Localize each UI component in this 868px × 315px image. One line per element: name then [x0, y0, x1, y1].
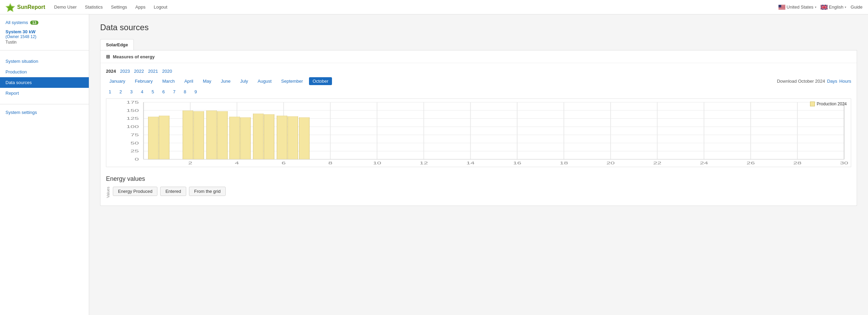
guide-link[interactable]: Guide — [851, 4, 863, 10]
day-4[interactable]: 4 — [138, 89, 146, 95]
bar-day-1b — [159, 116, 169, 160]
nav-statistics[interactable]: Statistics — [84, 4, 104, 10]
svg-text:150: 150 — [127, 108, 139, 113]
tab-bar: SolarEdge — [100, 39, 857, 50]
nav-settings[interactable]: Settings — [110, 4, 128, 10]
language-selector[interactable]: English ▾ — [821, 4, 847, 10]
month-august[interactable]: August — [254, 77, 275, 85]
svg-text:16: 16 — [513, 161, 521, 165]
svg-text:18: 18 — [560, 161, 568, 165]
month-june[interactable]: June — [217, 77, 234, 85]
system-name[interactable]: System 30 kW — [5, 29, 83, 34]
tab-solaredge[interactable]: SolarEdge — [100, 39, 134, 50]
svg-text:6: 6 — [282, 161, 286, 165]
month-october[interactable]: October — [309, 77, 332, 85]
energy-section: Energy values Values Energy Produced Ent… — [106, 175, 851, 200]
bar-day-5b — [264, 115, 274, 160]
day-8[interactable]: 8 — [181, 89, 189, 95]
month-february[interactable]: February — [131, 77, 156, 85]
svg-text:25: 25 — [131, 149, 139, 153]
day-1[interactable]: 1 — [106, 89, 114, 95]
svg-text:12: 12 — [420, 161, 428, 165]
logo-text: SunReport — [17, 4, 45, 10]
svg-rect-12 — [778, 8, 785, 9]
svg-rect-11 — [778, 8, 785, 8]
nav-links: Demo User Statistics Settings Apps Logou… — [53, 4, 778, 10]
sidebar-item-system-situation[interactable]: System situation — [0, 56, 89, 67]
sidebar-item-report[interactable]: Report — [0, 88, 89, 98]
month-row: January February March April May June Ju… — [106, 77, 851, 85]
day-2[interactable]: 2 — [117, 89, 124, 95]
svg-rect-13 — [778, 9, 785, 9]
month-september[interactable]: September — [278, 77, 307, 85]
sidebar-item-system-settings[interactable]: System settings — [5, 110, 83, 115]
svg-text:8: 8 — [328, 161, 332, 165]
month-april[interactable]: April — [181, 77, 197, 85]
layout: All systems 13 System 30 kW (Owner 1548 … — [0, 14, 868, 315]
svg-text:10: 10 — [373, 161, 381, 165]
legend-label: Production 2024 — [817, 102, 847, 106]
panel: ⊞ Measures of energy 2024 2023 2022 2021… — [100, 50, 857, 206]
top-right: United States ▾ English ▾ Guide — [778, 4, 863, 10]
bar-day-4b — [240, 117, 251, 159]
logo[interactable]: SunReport — [5, 2, 45, 12]
sidebar-item-production[interactable]: Production — [0, 67, 89, 77]
download-days-link[interactable]: Days — [827, 79, 837, 84]
svg-text:125: 125 — [127, 116, 139, 121]
year-row: 2024 2023 2022 2021 2020 — [106, 69, 851, 74]
svg-text:22: 22 — [653, 161, 661, 165]
month-january[interactable]: January — [106, 77, 129, 85]
year-2024[interactable]: 2024 — [106, 69, 116, 74]
svg-text:0: 0 — [135, 157, 139, 162]
us-flag-icon — [778, 5, 785, 10]
bar-day-3b — [217, 112, 228, 160]
day-5[interactable]: 5 — [149, 89, 157, 95]
nav-logout[interactable]: Logout — [153, 4, 168, 10]
from-grid-btn[interactable]: From the grid — [189, 187, 226, 196]
sidebar-divider-2 — [0, 104, 89, 104]
month-march[interactable]: March — [159, 77, 178, 85]
grid-icon: ⊞ — [106, 54, 110, 59]
nav-apps[interactable]: Apps — [135, 4, 146, 10]
svg-text:2: 2 — [188, 161, 192, 165]
month-may[interactable]: May — [199, 77, 215, 85]
system-info: System 30 kW (Owner 1548 12) Tustin — [0, 29, 89, 45]
download-label: Download October 2024 — [777, 79, 825, 84]
sidebar-item-data-sources[interactable]: Data sources — [0, 77, 89, 88]
year-2021[interactable]: 2021 — [148, 69, 158, 74]
chart-container: Production 2024 175 150 — [106, 98, 851, 167]
main-content: Data sources SolarEdge ⊞ Measures of ene… — [89, 14, 868, 315]
nav-demo-user[interactable]: Demo User — [53, 4, 78, 10]
bar-day-2b — [194, 112, 204, 160]
day-7[interactable]: 7 — [170, 89, 178, 95]
day-9[interactable]: 9 — [192, 89, 200, 95]
country-label: United States — [787, 4, 813, 10]
language-label: English — [829, 4, 844, 10]
energy-btns: Energy Produced Entered From the grid — [113, 187, 226, 196]
chart-legend: Production 2024 — [810, 102, 847, 106]
download-hours-link[interactable]: Hours — [839, 79, 851, 84]
energy-produced-btn[interactable]: Energy Produced — [113, 187, 157, 196]
day-row: 1 2 3 4 5 6 7 8 9 — [106, 89, 851, 95]
year-2023[interactable]: 2023 — [120, 69, 130, 74]
system-owner[interactable]: (Owner 1548 12) — [5, 34, 83, 39]
bar-day-6b — [288, 116, 298, 159]
all-systems-link[interactable]: All systems 13 — [5, 20, 83, 25]
sidebar: All systems 13 System 30 kW (Owner 1548 … — [0, 14, 89, 315]
bar-day-7 — [299, 117, 309, 159]
panel-body: 2024 2023 2022 2021 2020 January Februar… — [100, 63, 857, 206]
country-chevron-icon: ▾ — [815, 5, 817, 9]
country-selector[interactable]: United States ▾ — [778, 4, 817, 10]
day-6[interactable]: 6 — [159, 89, 167, 95]
svg-text:26: 26 — [747, 161, 755, 165]
entered-btn[interactable]: Entered — [160, 187, 186, 196]
energy-title: Energy values — [106, 175, 851, 183]
svg-text:75: 75 — [131, 133, 139, 137]
month-july[interactable]: July — [237, 77, 251, 85]
year-2022[interactable]: 2022 — [134, 69, 144, 74]
sunreport-logo-icon — [5, 2, 15, 12]
sidebar-all-systems-section: All systems 13 — [0, 20, 89, 25]
year-2020[interactable]: 2020 — [162, 69, 172, 74]
day-3[interactable]: 3 — [127, 89, 135, 95]
svg-rect-9 — [778, 7, 785, 8]
